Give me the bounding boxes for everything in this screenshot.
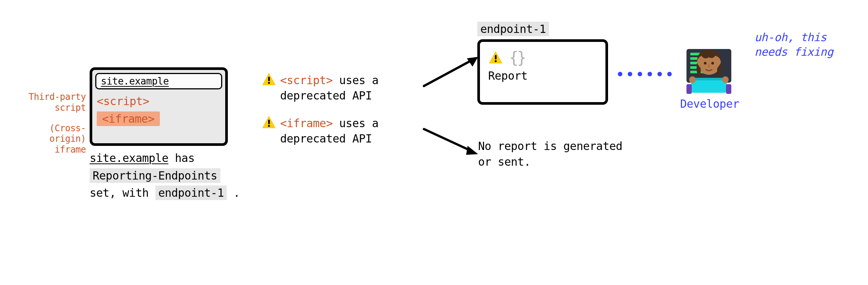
url-text: site.example bbox=[101, 76, 169, 87]
caption-t1: has bbox=[168, 151, 195, 165]
browser-caption: site.example has Reporting-Endpoints set… bbox=[90, 150, 265, 202]
caption-site: site.example bbox=[90, 151, 168, 165]
left-annotations: Third-party script (Cross-origin) iframe bbox=[19, 92, 86, 165]
report-text: Report bbox=[488, 69, 597, 82]
arrow-to-noreport bbox=[422, 123, 482, 161]
svg-point-14 bbox=[711, 62, 714, 65]
warning-icon bbox=[261, 115, 276, 130]
endpoint-label: endpoint-1 bbox=[477, 22, 549, 36]
svg-line-4 bbox=[424, 129, 472, 151]
browser-window: site.example <script> <iframe> bbox=[90, 67, 228, 146]
caption-header: Reporting-Endpoints bbox=[90, 168, 220, 183]
warning-icon bbox=[261, 72, 276, 87]
developer-emoji bbox=[677, 42, 740, 95]
report-icon-row: {} bbox=[488, 49, 597, 67]
message-iframe-deprecated: <iframe> uses a deprecated API bbox=[261, 116, 433, 146]
cross-origin-iframe-label: (Cross-origin) iframe bbox=[19, 123, 86, 155]
script-row: <script> bbox=[95, 92, 222, 110]
iframe-row: <iframe> bbox=[95, 110, 222, 128]
iframe-tag: <iframe> bbox=[97, 111, 160, 126]
msg2-tag: <iframe> bbox=[280, 117, 333, 130]
braces-icon: {} bbox=[509, 49, 525, 67]
caption-endpoint: endpoint-1 bbox=[155, 186, 227, 200]
endpoint-box: {} Report bbox=[477, 39, 608, 105]
svg-rect-17 bbox=[686, 84, 692, 94]
endpoint-label-text: endpoint-1 bbox=[477, 22, 549, 36]
third-party-script-label: Third-party script bbox=[19, 92, 86, 113]
caption-t3: . bbox=[227, 186, 240, 199]
msg1-tag: <script> bbox=[280, 74, 333, 87]
no-report-text: No report is generated or sent. bbox=[478, 138, 627, 170]
url-bar: site.example bbox=[95, 73, 222, 89]
caption-t2: set, with bbox=[90, 186, 155, 199]
arrow-to-endpoint bbox=[422, 52, 482, 90]
svg-point-19 bbox=[689, 76, 696, 83]
message-script-deprecated: <script> uses a deprecated API bbox=[261, 73, 433, 103]
svg-point-20 bbox=[722, 76, 729, 83]
developer-quote: uh-oh, this needs fixing bbox=[754, 30, 844, 59]
svg-rect-16 bbox=[691, 78, 727, 80]
dots-connector: •••••• bbox=[616, 67, 676, 82]
warning-icon bbox=[488, 50, 503, 65]
svg-marker-5 bbox=[466, 146, 478, 155]
developer-label: Developer bbox=[665, 97, 754, 110]
svg-line-2 bbox=[424, 60, 472, 86]
msg2-text: <iframe> uses a deprecated API bbox=[280, 116, 422, 146]
msg1-text: <script> uses a deprecated API bbox=[280, 73, 422, 103]
svg-point-13 bbox=[704, 62, 706, 65]
svg-rect-18 bbox=[726, 84, 731, 94]
